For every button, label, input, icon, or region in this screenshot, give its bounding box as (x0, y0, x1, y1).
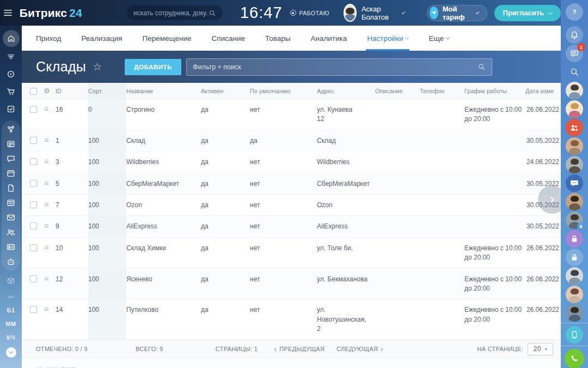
rail-mail[interactable] (6, 213, 16, 222)
help-button[interactable]: ? (566, 3, 583, 21)
drag-handle-icon[interactable]: ≡ (40, 99, 56, 130)
global-search-input[interactable]: искать сотрудника, доку... (127, 5, 223, 20)
row-checkbox[interactable] (22, 269, 40, 299)
search-icon (569, 67, 579, 77)
drag-handle-icon[interactable]: ≡ (40, 195, 56, 215)
messenger-button[interactable]: 1 (566, 45, 583, 62)
column-header[interactable]: Активен (201, 88, 250, 94)
table-cell: нет (250, 152, 317, 172)
row-checkbox[interactable] (22, 130, 40, 151)
rail-developer[interactable]: </> (6, 292, 16, 301)
chat-avatar[interactable] (566, 304, 583, 322)
chat-avatar[interactable] (566, 267, 583, 285)
telephony-button[interactable] (565, 349, 584, 368)
rail-crm[interactable] (2, 65, 20, 83)
row-checkbox[interactable] (22, 173, 40, 194)
tab-2[interactable]: Реализация (81, 26, 122, 51)
rail-network[interactable] (6, 124, 16, 134)
work-status[interactable]: РАБОТАЮ (290, 10, 329, 16)
column-header[interactable]: Телефон (420, 88, 464, 94)
private-chat-button[interactable] (566, 230, 583, 248)
row-checkbox[interactable] (22, 152, 40, 172)
tab-4[interactable]: Списание (212, 26, 245, 51)
tab-3[interactable]: Перемещение (143, 26, 192, 51)
search-icon (477, 63, 486, 71)
per-page-select[interactable]: 20▾ (528, 343, 553, 355)
row-checkbox[interactable] (22, 99, 40, 130)
rail-more-button[interactable] (6, 347, 16, 358)
search-button[interactable] (566, 63, 583, 81)
column-header[interactable]: Сорт. (88, 83, 126, 99)
rail-shop[interactable] (2, 83, 20, 100)
group-chat-button[interactable] (566, 174, 583, 192)
column-header[interactable]: Дата изме (525, 88, 561, 94)
rail-home[interactable] (3, 30, 20, 47)
row-checkbox[interactable] (22, 216, 40, 237)
drag-handle-icon[interactable]: ≡ (40, 152, 56, 172)
chat-avatar[interactable] (566, 100, 583, 118)
column-header[interactable]: По умолчанию (250, 88, 317, 94)
user-menu[interactable]: Аскар Болатов (344, 4, 405, 22)
molecule-icon[interactable] (2, 365, 20, 368)
main-menu-icon[interactable] (0, 8, 16, 18)
rail-chat[interactable] (6, 154, 16, 164)
chat-avatar[interactable] (566, 137, 583, 155)
notifications-button[interactable] (566, 26, 583, 44)
filter-search-input[interactable]: Фильтр + поиск (186, 58, 492, 76)
tab-6[interactable]: Аналитика (310, 26, 347, 51)
group-chat-button[interactable] (566, 119, 583, 136)
row-checkbox[interactable] (22, 195, 40, 215)
next-page-button[interactable]: СЛЕДУЮЩАЯ › (336, 345, 383, 353)
gear-icon[interactable]: ⚙ (40, 87, 56, 94)
rail-drive[interactable] (6, 198, 16, 208)
invite-button[interactable]: Пригласить (494, 5, 561, 21)
drag-handle-icon[interactable]: ≡ (40, 238, 56, 268)
tab-1[interactable]: Приход (36, 26, 61, 51)
tab-7[interactable]: Настройки (367, 26, 408, 51)
workday-clock[interactable]: 16:47 (240, 4, 283, 22)
table-cell: 9 (56, 216, 88, 237)
chat-avatar[interactable] (566, 156, 583, 173)
star-outline-icon[interactable]: ☆ (93, 61, 102, 73)
rail-news[interactable] (6, 139, 16, 149)
rail-automation[interactable] (6, 257, 16, 267)
drag-handle-icon[interactable]: ≡ (40, 269, 56, 299)
rail-calendar[interactable] (6, 168, 16, 178)
table-cell: Wildberries (126, 152, 201, 172)
chat-avatar[interactable] (566, 286, 583, 303)
row-checkbox[interactable] (22, 238, 40, 268)
rail-feed[interactable] (2, 48, 20, 65)
network-icon (6, 124, 16, 134)
tab-5[interactable]: Товары (265, 26, 290, 51)
chat-avatar[interactable] (566, 82, 583, 99)
column-header[interactable]: Описание (375, 88, 420, 94)
tab-8[interactable]: Еще (428, 26, 449, 51)
rail-company[interactable] (6, 227, 16, 237)
add-button[interactable]: ДОБАВИТЬ (125, 59, 181, 75)
select-all-checkbox[interactable] (22, 87, 40, 95)
drag-handle-icon[interactable]: ≡ (40, 173, 56, 194)
drag-handle-icon[interactable]: ≡ (40, 216, 56, 237)
rail-chat-shortcut[interactable]: КЧ (7, 334, 15, 341)
column-header[interactable]: Адрес (317, 88, 375, 94)
private-chat-button[interactable] (566, 249, 583, 266)
chat-avatar[interactable] (566, 193, 583, 210)
app-logo[interactable]: Битрикс24 (20, 7, 82, 20)
column-header[interactable]: ID (56, 88, 88, 94)
column-header[interactable]: Название (126, 88, 201, 94)
rail-documents[interactable] (6, 183, 16, 193)
rail-marketplace[interactable] (6, 276, 16, 286)
mobile-app-button[interactable] (566, 326, 583, 343)
column-header[interactable]: График работы (464, 88, 525, 94)
chevron-down-icon (548, 10, 553, 14)
rail-chat-shortcut[interactable]: Б1 (7, 307, 15, 313)
rail-contacts[interactable] (6, 242, 16, 252)
prev-page-button[interactable]: ‹ ПРЕДЫДУЩАЯ (274, 345, 324, 353)
drag-handle-icon[interactable]: ≡ (40, 299, 56, 339)
rail-chat-shortcut[interactable]: ММ (5, 321, 16, 327)
row-checkbox[interactable] (22, 299, 40, 339)
rail-tasks[interactable] (2, 100, 20, 118)
tariff-button[interactable]: Мой тариф (427, 5, 487, 21)
private-chat-avatar[interactable] (566, 212, 583, 229)
drag-handle-icon[interactable]: ≡ (40, 130, 56, 151)
